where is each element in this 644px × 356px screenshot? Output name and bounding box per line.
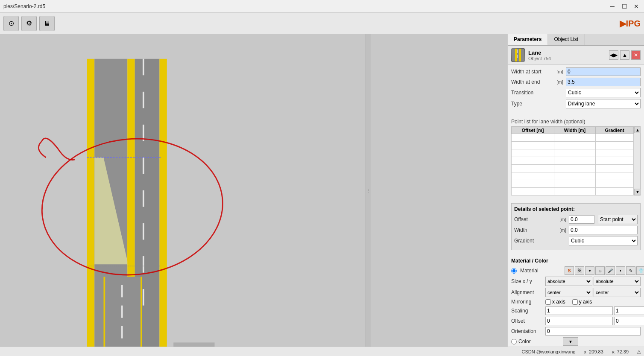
y-axis-checkbox[interactable] [572, 299, 578, 305]
details-title: Details of selected point: [514, 206, 638, 212]
window-controls[interactable]: ─ ☐ ✕ [608, 2, 641, 11]
size-x-select[interactable]: absolute relative [545, 277, 592, 286]
material-tool-dot[interactable]: • [616, 266, 625, 275]
table-row [512, 142, 634, 149]
table-row [512, 172, 634, 180]
width-start-row: Width at start [m] [511, 67, 641, 76]
table-row [512, 165, 634, 172]
canvas-area[interactable]: ⋮ [0, 34, 507, 347]
svg-rect-30 [517, 50, 518, 53]
scroll-up-arrow[interactable]: ▲ [634, 127, 641, 133]
tab-object-list[interactable]: Object List [548, 34, 585, 45]
toolbar: ⊙ ⚙ 🖥 ▶IPG [0, 13, 644, 34]
ipg-logo: ▶IPG [620, 19, 641, 28]
details-gradient-select[interactable]: Cubic Linear [569, 236, 638, 245]
col-width: Width [m] [554, 127, 596, 134]
point-list-section: Point list for lane width (optional) Off… [508, 116, 644, 198]
color-radio[interactable] [511, 339, 517, 344]
width-start-label: Width at start [511, 69, 554, 75]
type-label: Type [511, 101, 554, 107]
details-offset-label: Offset [514, 216, 557, 222]
mirroring-label: Mirroring [511, 299, 545, 305]
minimize-button[interactable]: ─ [608, 2, 617, 11]
lane-icon [511, 48, 525, 62]
scaling-row: Scaling [511, 306, 641, 315]
alignment-label: Alignment [511, 289, 545, 295]
color-label: Color [518, 338, 561, 344]
main-area: ⋮ Parameters Object List Lane Object [0, 34, 644, 347]
details-width-input[interactable] [569, 226, 638, 234]
material-label: Material [520, 268, 563, 274]
lane-close-button[interactable]: ✕ [631, 50, 641, 60]
x-axis-checkbox[interactable] [545, 299, 551, 305]
scroll-down-arrow[interactable]: ▼ [634, 189, 641, 195]
table-row [512, 134, 634, 142]
monitor-button[interactable]: 🖥 [39, 16, 55, 31]
svg-rect-5 [143, 59, 144, 76]
type-row: Type Driving lane Shoulder Sidewalk [511, 99, 641, 108]
titlebar: ples/Senario-2.rd5 ─ ☐ ✕ [0, 0, 644, 13]
svg-rect-6 [143, 92, 144, 108]
width-end-unit: [m] [554, 79, 566, 85]
color-row: Color ▼ [511, 337, 641, 346]
color-picker-btn[interactable]: ▼ [563, 337, 578, 346]
svg-rect-24 [121, 326, 123, 338]
tab-parameters[interactable]: Parameters [508, 34, 548, 45]
size-label: Size x / y [511, 278, 545, 284]
material-offset-y-input[interactable] [614, 317, 644, 325]
material-tool-mic[interactable]: 🎤 [606, 266, 615, 275]
panel-collapse-handle[interactable]: ⋮ [366, 34, 371, 347]
y-axis-label: y axis [572, 299, 592, 305]
material-tool-star[interactable]: ✦ [585, 266, 594, 275]
width-end-label: Width at end [511, 79, 554, 85]
material-tool-chinese[interactable]: 英 [575, 266, 584, 275]
close-button[interactable]: ✕ [632, 2, 641, 11]
lane-actions[interactable]: ◀▶ ▲ ✕ [609, 50, 641, 60]
width-start-unit: [m] [554, 69, 566, 74]
maximize-button[interactable]: ☐ [620, 2, 629, 11]
transition-select[interactable]: Cubic Linear [566, 88, 641, 97]
scroll-track[interactable] [634, 133, 640, 189]
settings-button[interactable]: ⚙ [21, 16, 37, 31]
align-x-select[interactable]: center left right [545, 288, 592, 297]
align-y-select[interactable]: center top bottom [594, 288, 641, 297]
orientation-input[interactable] [545, 327, 641, 336]
details-width-unit: [m] [557, 228, 569, 233]
material-radio[interactable] [511, 268, 517, 274]
scaling-y-input[interactable] [614, 306, 644, 315]
details-offset-input[interactable] [569, 215, 594, 224]
material-offset-label: Offset [511, 318, 545, 324]
scaling-x-input[interactable] [545, 306, 613, 315]
width-start-input[interactable] [566, 67, 641, 76]
watermark: CSDN @woxiangxinwang [521, 349, 575, 354]
details-gradient-label: Gradient [514, 238, 557, 244]
table-row [512, 180, 634, 188]
material-tool-shirt[interactable]: 👕 [636, 266, 644, 275]
lane-nav-button[interactable]: ◀▶ [609, 50, 618, 60]
svg-rect-1 [87, 59, 94, 347]
svg-rect-22 [121, 285, 123, 298]
details-width-label: Width [514, 227, 557, 233]
size-y-select[interactable]: absolute relative [594, 277, 641, 286]
lane-header: Lane Object 754 ◀▶ ▲ ✕ [508, 46, 644, 65]
home-button[interactable]: ⊙ [3, 16, 19, 31]
orientation-row: Orientation [511, 327, 641, 336]
material-tool-face[interactable]: ☺ [595, 266, 605, 275]
type-select[interactable]: Driving lane Shoulder Sidewalk [566, 99, 641, 108]
material-title: Material / Color [511, 258, 641, 264]
material-offset-x-input[interactable] [545, 317, 613, 325]
svg-rect-26 [173, 342, 214, 347]
lane-info: Lane Object 754 [528, 50, 551, 61]
material-tool-s[interactable]: S [565, 266, 574, 275]
svg-rect-21 [141, 277, 142, 347]
width-end-row: Width at end [m] [511, 78, 641, 86]
lane-up-button[interactable]: ▲ [620, 50, 629, 60]
start-point-select[interactable]: Start point End point [598, 215, 638, 224]
table-scrollbar[interactable]: ▲ ▼ [634, 126, 641, 196]
scaling-label: Scaling [511, 308, 545, 314]
details-offset-unit: [m] [557, 217, 569, 222]
alignment-row: Alignment center left right center top b… [511, 288, 641, 297]
width-end-input[interactable] [566, 78, 641, 86]
form-section: Width at start [m] Width at end [m] Tran… [508, 65, 644, 113]
material-tool-edit[interactable]: ✎ [626, 266, 635, 275]
